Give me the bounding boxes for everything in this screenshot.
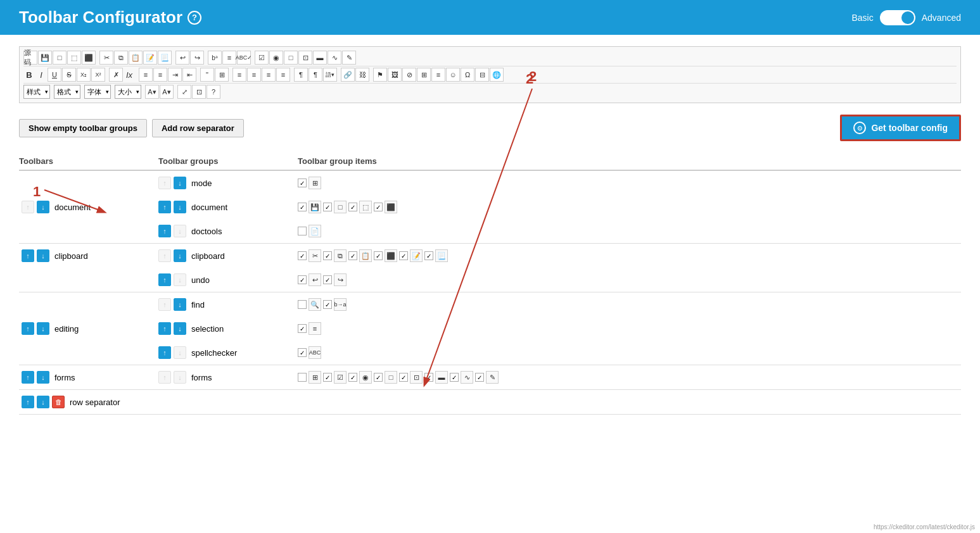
clipboard-grp-up[interactable]: ↑ — [158, 249, 171, 262]
tb-hline[interactable]: ≡ — [431, 68, 445, 82]
spell-grp-down[interactable]: ↓ — [174, 346, 186, 359]
tb-pastew[interactable]: 📝 — [143, 51, 157, 65]
doc-cb2[interactable] — [323, 203, 332, 211]
tb-source[interactable]: 源码 — [23, 51, 37, 65]
forms-cb7[interactable] — [450, 373, 459, 382]
doctools-up[interactable]: ↑ — [158, 225, 171, 237]
document-tb-down[interactable]: ↓ — [37, 201, 49, 213]
doc-group-up[interactable]: ↑ — [158, 201, 171, 213]
tb-sel[interactable]: ≡ — [222, 51, 236, 65]
tb-paste[interactable]: 📋 — [129, 51, 143, 65]
tb-spellc[interactable]: ABC✓ — [237, 51, 251, 65]
tb-find[interactable]: bᵃ — [208, 51, 222, 65]
tb-print[interactable]: ⬛ — [82, 51, 96, 65]
tb-cb5[interactable]: ▬ — [313, 51, 327, 65]
add-row-separator-button[interactable]: Add row separator — [152, 119, 244, 137]
tb-showblocks[interactable]: ⊡ — [192, 85, 206, 99]
sel-grp-down[interactable]: ↓ — [174, 322, 186, 335]
tb-redo[interactable]: ↪ — [190, 51, 204, 65]
doc-cb3[interactable] — [348, 203, 357, 211]
tb-pastef[interactable]: 📃 — [158, 51, 172, 65]
help-icon[interactable]: ? — [188, 11, 201, 25]
tb-ul[interactable]: ≡ — [153, 68, 167, 82]
tb-link[interactable]: 🔗 — [341, 68, 355, 82]
forms-cb4[interactable] — [374, 373, 383, 382]
clip-cb6[interactable] — [424, 251, 433, 260]
forms-cb3[interactable] — [348, 373, 357, 382]
forms-cb8[interactable] — [475, 373, 484, 382]
tb-removeformat[interactable]: ✗ — [109, 68, 123, 82]
tb-cb2[interactable]: ◉ — [269, 51, 283, 65]
size-select-wrap[interactable]: 大小 — [115, 85, 141, 99]
clipboard-tb-up[interactable]: ↑ — [22, 249, 34, 262]
mode-up-btn[interactable]: ↑ — [158, 177, 171, 189]
mode-cb[interactable] — [298, 179, 307, 187]
sep-tb-up[interactable]: ↑ — [22, 396, 34, 408]
doc-cb4[interactable] — [374, 203, 383, 211]
tb-bidi1[interactable]: ¶ — [294, 68, 308, 82]
tb-new[interactable]: □ — [53, 51, 67, 65]
clipboard-tb-down[interactable]: ↓ — [37, 249, 49, 262]
forms-cb1[interactable] — [298, 373, 307, 382]
tb-save[interactable]: 💾 — [38, 51, 52, 65]
spell-cb[interactable] — [298, 348, 307, 357]
styles-select-wrap[interactable]: 样式 — [23, 85, 50, 99]
forms-grp-up[interactable]: ↑ — [158, 371, 171, 384]
tb-italic[interactable]: I — [35, 68, 47, 82]
tb-cb3[interactable]: □ — [284, 51, 298, 65]
forms-cb2[interactable] — [323, 373, 332, 382]
tb-justify2[interactable]: ≡ — [247, 68, 261, 82]
tb-smiley[interactable]: ☺ — [446, 68, 460, 82]
tb-copy[interactable]: ⧉ — [114, 51, 128, 65]
tb-cb7[interactable]: ✎ — [342, 51, 356, 65]
tb-blockquote[interactable]: " — [200, 68, 214, 82]
tb-cb4[interactable]: ⊡ — [298, 51, 312, 65]
tb-outdent[interactable]: ⇤ — [182, 68, 196, 82]
tb-img[interactable]: 🖼 — [388, 68, 402, 82]
clip-cb1[interactable] — [298, 251, 307, 260]
tb-ol[interactable]: ≡ — [139, 68, 153, 82]
doctools-down[interactable]: ↓ — [174, 225, 186, 237]
tb-creatediv[interactable]: ⊞ — [215, 68, 229, 82]
find-grp-down[interactable]: ↓ — [174, 298, 186, 311]
tb-special[interactable]: Ω — [461, 68, 474, 82]
clip-cb3[interactable] — [348, 251, 357, 260]
tb-cb6[interactable]: ∿ — [328, 51, 341, 65]
doctools-cb[interactable] — [298, 227, 307, 235]
tb-indent[interactable]: ⇥ — [168, 68, 182, 82]
get-toolbar-config-button[interactable]: ⊙ Get toolbar config — [840, 115, 961, 141]
show-empty-button[interactable]: Show empty toolbar groups — [19, 119, 147, 137]
editing-tb-down[interactable]: ↓ — [37, 322, 49, 335]
tb-fontcolor[interactable]: A▾ — [145, 85, 159, 99]
tb-justify3[interactable]: ≡ — [262, 68, 276, 82]
tb-cb1[interactable]: ☑ — [255, 51, 269, 65]
tb-bold[interactable]: B — [23, 68, 35, 82]
find-grp-up[interactable]: ↑ — [158, 298, 171, 311]
clip-cb5[interactable] — [399, 251, 408, 260]
document-tb-up[interactable]: ↑ — [22, 201, 34, 213]
clip-cb2[interactable] — [323, 251, 332, 260]
sel-grp-up[interactable]: ↑ — [158, 322, 171, 335]
mode-down-btn[interactable]: ↓ — [174, 177, 186, 189]
tb-unlink[interactable]: ⛓ — [355, 68, 369, 82]
forms-cb6[interactable] — [424, 373, 433, 382]
undo-cb2[interactable] — [323, 275, 332, 284]
undo-grp-down[interactable]: ↓ — [174, 273, 186, 286]
tb-lang[interactable]: 語▾ — [323, 68, 337, 82]
forms-grp-down[interactable]: ↓ — [174, 371, 186, 384]
clip-cb4[interactable] — [374, 251, 383, 260]
forms-tb-up[interactable]: ↑ — [22, 371, 34, 384]
tb-sub[interactable]: X₂ — [77, 68, 91, 82]
size-select[interactable]: 大小 — [115, 85, 141, 99]
font-select-wrap[interactable]: 字体 — [84, 85, 111, 99]
forms-cb5[interactable] — [399, 373, 408, 382]
tb-bidi2[interactable]: ¶ — [309, 68, 322, 82]
undo-cb1[interactable] — [298, 275, 307, 284]
tb-flash[interactable]: ⊘ — [402, 68, 416, 82]
undo-grp-up[interactable]: ↑ — [158, 273, 171, 286]
tb-maximize[interactable]: ⤢ — [177, 85, 191, 99]
sep-delete-btn[interactable]: 🗑 — [52, 396, 65, 408]
sep-tb-down[interactable]: ↓ — [37, 396, 49, 408]
spell-grp-up[interactable]: ↑ — [158, 346, 171, 359]
clipboard-grp-down[interactable]: ↓ — [174, 249, 186, 262]
